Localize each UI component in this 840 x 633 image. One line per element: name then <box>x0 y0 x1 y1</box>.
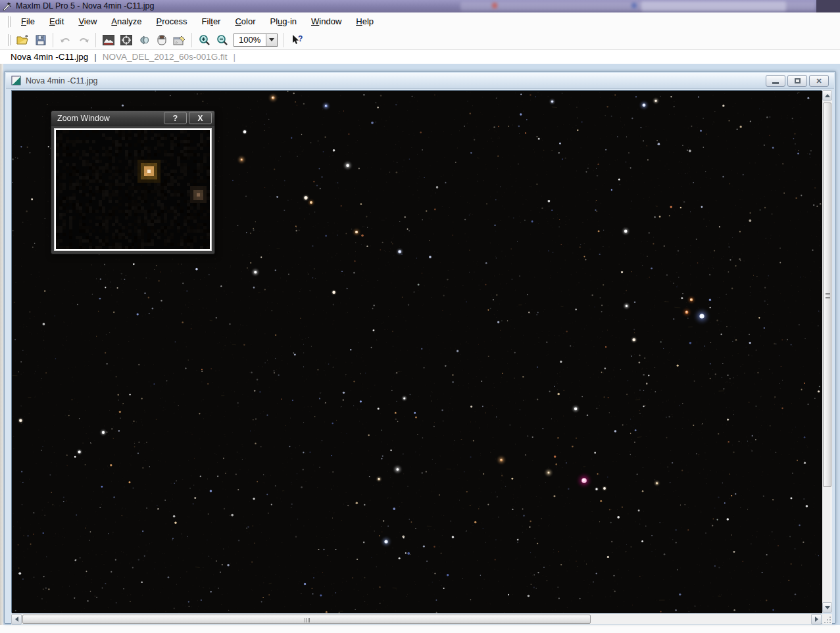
menu-filter[interactable]: Filter <box>195 14 228 29</box>
horizontal-thumb-grip <box>305 618 310 622</box>
document-window: Nova 4min -C11.jpg ✕ Zoom Window ? <box>4 71 836 624</box>
toolbar-separator <box>191 33 192 47</box>
menu-plugin[interactable]: Plug-in <box>263 14 304 29</box>
os-title-bar[interactable]: MaxIm DL Pro 5 - Nova 4min -C11.jpg <box>0 0 840 12</box>
menu-bar: FileEditViewAnalyzeProcessFilterColorPlu… <box>0 12 840 30</box>
scroll-up-button[interactable] <box>822 90 832 101</box>
undo-icon <box>60 35 72 45</box>
horizontal-scroll-thumb[interactable] <box>22 615 591 624</box>
document-title-bar[interactable]: Nova 4min -C11.jpg ✕ <box>6 73 834 89</box>
mdi-client-area: Nova 4min -C11.jpg ✕ Zoom Window ? <box>0 64 840 625</box>
restore-button[interactable] <box>787 75 807 87</box>
menu-view[interactable]: View <box>71 14 104 29</box>
arrow-down-icon <box>825 606 830 609</box>
document-window-controls: ✕ <box>766 75 829 87</box>
crosshair-icon <box>120 35 132 45</box>
open-file-button[interactable] <box>14 32 31 48</box>
close-button[interactable]: ✕ <box>809 75 829 87</box>
toolbar-separator <box>284 33 284 47</box>
aero-glass-blur-red-dot <box>492 3 497 9</box>
vertical-scrollbar[interactable] <box>822 90 832 613</box>
maxim-dl-application: MaxIm DL Pro 5 - Nova 4min -C11.jpg File… <box>0 0 840 633</box>
menu-window[interactable]: Window <box>304 14 349 29</box>
document-title: Nova 4min -C11.jpg <box>26 76 98 85</box>
floppy-disk-icon <box>36 35 46 45</box>
maxim-dl-app-icon <box>2 1 12 11</box>
menu-items: FileEditViewAnalyzeProcessFilterColorPlu… <box>14 14 381 29</box>
menu-process[interactable]: Process <box>149 14 195 29</box>
zoom-window-image[interactable] <box>56 130 210 249</box>
screen-stretch-button[interactable] <box>100 32 116 48</box>
zoom-window-image-frame <box>54 128 212 251</box>
menubar-grip[interactable] <box>7 16 9 28</box>
title-bar-dark-edge <box>816 0 840 12</box>
horizontal-scrollbar[interactable] <box>11 614 822 624</box>
scroll-down-button[interactable] <box>822 602 832 613</box>
zoom-out-icon <box>216 34 228 46</box>
mouse-icon <box>157 35 166 45</box>
window-left-frame <box>0 64 3 625</box>
minimize-icon <box>772 82 779 84</box>
zoom-in-button[interactable] <box>196 32 212 48</box>
close-icon: ✕ <box>816 78 822 85</box>
menu-help[interactable]: Help <box>349 14 381 29</box>
arrow-right-icon <box>815 617 818 622</box>
zoom-window-toggle-button[interactable] <box>136 32 152 48</box>
document-tab-strip: Nova 4min -C11.jpg|NOVA_DEL_2012_60s-001… <box>0 50 840 64</box>
undo-button[interactable] <box>57 32 74 48</box>
tab-2[interactable]: NOVA_DEL_2012_60s-001G.fit <box>99 52 232 62</box>
tab-divider: | <box>231 52 237 62</box>
zoom-level-dropdown-button[interactable] <box>266 34 277 46</box>
redo-button[interactable] <box>75 32 91 48</box>
zoom-window-palette: Zoom Window ? X <box>51 110 215 254</box>
toolbar-separator <box>95 33 96 47</box>
restore-icon <box>795 78 801 83</box>
resize-grip[interactable] <box>822 614 832 624</box>
zoom-window-close-button[interactable]: X <box>189 112 212 124</box>
crosshair-button[interactable] <box>118 32 134 48</box>
aero-glass-blur-blue-dot <box>631 3 637 9</box>
svg-text:?: ? <box>298 34 303 43</box>
menu-file[interactable]: File <box>14 14 42 29</box>
zoom-window-icon <box>138 35 150 45</box>
arrow-up-icon <box>825 94 830 97</box>
vertical-scroll-thumb[interactable] <box>823 103 831 487</box>
image-viewport[interactable]: Zoom Window ? X <box>11 90 822 613</box>
help-pointer-icon: ? <box>290 34 303 46</box>
vertical-thumb-grip <box>826 293 830 298</box>
context-help-button[interactable]: ? <box>288 32 305 48</box>
toolbar: 100% ? <box>0 30 840 50</box>
size-grip-icon <box>824 616 831 624</box>
toolbar-separator <box>53 33 53 47</box>
toolbar-grip[interactable] <box>7 34 9 46</box>
zoom-window-buttons: ? X <box>164 112 212 124</box>
camera-control-icon <box>173 35 186 45</box>
chevron-down-icon <box>269 38 274 41</box>
save-button[interactable] <box>32 32 49 48</box>
window-title: MaxIm DL Pro 5 - Nova 4min -C11.jpg <box>16 1 155 11</box>
scroll-right-button[interactable] <box>811 614 822 624</box>
zoom-level-value: 100% <box>234 35 266 45</box>
zoom-out-button[interactable] <box>214 32 230 48</box>
zoom-window-title: Zoom Window <box>57 114 110 123</box>
menu-analyze[interactable]: Analyze <box>104 14 149 29</box>
arrow-left-icon <box>15 617 18 622</box>
zoom-in-icon <box>199 34 210 46</box>
open-folder-icon <box>16 35 30 45</box>
scroll-left-button[interactable] <box>11 614 22 624</box>
zoom-window-help-button[interactable]: ? <box>164 112 187 124</box>
redo-icon <box>78 35 89 45</box>
histogram-stretch-icon <box>103 35 114 45</box>
menu-edit[interactable]: Edit <box>42 14 71 29</box>
zoom-level-select[interactable]: 100% <box>234 34 278 47</box>
camera-control-button[interactable] <box>171 32 187 48</box>
minimize-button[interactable] <box>766 75 785 87</box>
tab-divider: | <box>92 52 99 62</box>
information-window-button[interactable] <box>153 32 170 48</box>
tab-1[interactable]: Nova 4min -C11.jpg <box>7 52 92 62</box>
document-image-icon <box>11 76 21 85</box>
aero-glass-blur-tab <box>641 1 786 11</box>
menu-color[interactable]: Color <box>228 14 262 29</box>
